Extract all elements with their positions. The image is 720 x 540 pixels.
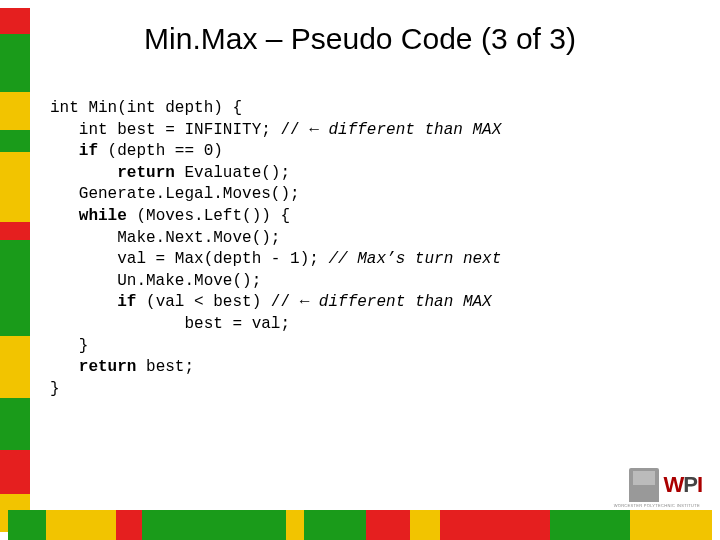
code-comment: ← different than MAX [309, 121, 501, 139]
stripe-segment [0, 324, 30, 336]
stripe-segment [286, 510, 304, 540]
code-text: Evaluate(); [175, 164, 290, 182]
code-kw-return: return [117, 164, 175, 182]
code-kw-return: return [79, 358, 137, 376]
stripe-segment [142, 510, 196, 540]
code-line: Un.Make.Move(); [50, 272, 261, 290]
code-comment: ← different than MAX [300, 293, 492, 311]
code-kw-if: if [79, 142, 98, 160]
stripe-segment [304, 510, 366, 540]
decorative-stripe-bottom [8, 510, 712, 540]
wpi-seal-icon [629, 468, 659, 502]
logo-w: W [663, 472, 683, 497]
code-text: best; [136, 358, 194, 376]
stripe-segment [0, 336, 30, 398]
stripe-segment [46, 510, 116, 540]
code-indent [50, 293, 117, 311]
stripe-segment [116, 510, 142, 540]
stripe-segment [440, 510, 550, 540]
stripe-segment [0, 450, 30, 494]
stripe-segment [550, 510, 630, 540]
wpi-logo: WPI [629, 468, 702, 502]
code-line: } [50, 337, 88, 355]
code-indent [50, 207, 79, 225]
slide-title: Min.Max – Pseudo Code (3 of 3) [0, 22, 720, 56]
code-line: int Min(int depth) { [50, 99, 242, 117]
stripe-segment [0, 92, 30, 130]
code-line: Make.Next.Move(); [50, 229, 280, 247]
stripe-segment [410, 510, 440, 540]
code-indent [50, 164, 117, 182]
stripe-segment [8, 510, 46, 540]
code-text: (Moves.Left()) { [127, 207, 290, 225]
wpi-logo-subtitle: WORCESTER POLYTECHNIC INSTITUTE [614, 503, 700, 508]
stripe-segment [630, 510, 712, 540]
logo-p: P [683, 472, 697, 497]
stripe-segment [0, 398, 30, 450]
stripe-segment [0, 240, 30, 324]
code-indent [50, 142, 79, 160]
logo-i: I [697, 472, 702, 497]
code-line: val = Max(depth - 1); [50, 250, 328, 268]
stripe-segment [0, 222, 30, 240]
code-kw-while: while [79, 207, 127, 225]
code-indent [50, 358, 79, 376]
code-line: best = val; [50, 315, 290, 333]
stripe-segment [366, 510, 410, 540]
code-line: } [50, 380, 60, 398]
stripe-segment [0, 152, 30, 222]
wpi-logo-text: WPI [663, 472, 702, 498]
decorative-stripe-left [0, 8, 30, 532]
stripe-segment [196, 510, 286, 540]
code-line: Generate.Legal.Moves(); [50, 185, 300, 203]
stripe-segment [0, 130, 30, 152]
code-comment: // Max’s turn next [328, 250, 501, 268]
pseudocode-block: int Min(int depth) { int best = INFINITY… [50, 98, 501, 400]
code-line: int best = INFINITY; // [50, 121, 309, 139]
code-text: (val < best) // [136, 293, 299, 311]
code-kw-if: if [117, 293, 136, 311]
code-text: (depth == 0) [98, 142, 223, 160]
